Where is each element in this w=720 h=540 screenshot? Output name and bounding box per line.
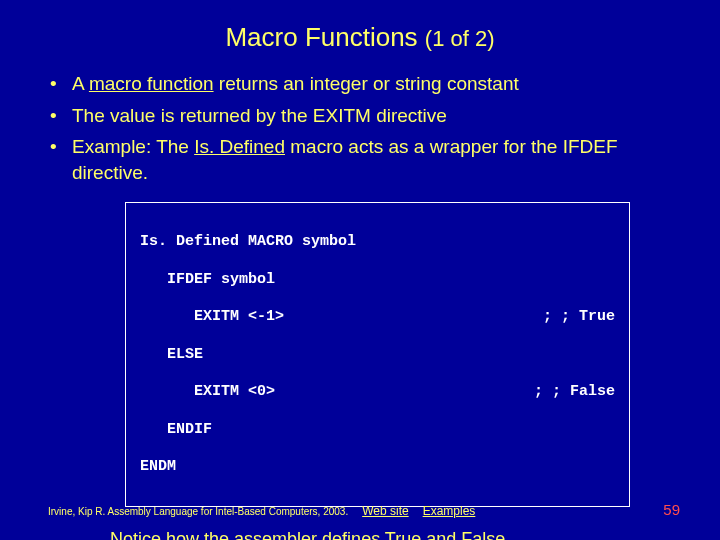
website-link[interactable]: Web site <box>362 504 408 518</box>
bullet-dot: • <box>50 134 72 160</box>
text-underline: Is. Defined <box>194 136 285 157</box>
list-item: • A macro function returns an integer or… <box>50 71 680 97</box>
code-line: ELSE <box>140 346 615 365</box>
bullet-text: The value is returned by the EXITM direc… <box>72 103 680 129</box>
page-number: 59 <box>663 501 680 518</box>
footer: Irvine, Kip R. Assembly Language for Int… <box>0 501 720 518</box>
text-underline: macro function <box>89 73 214 94</box>
examples-link[interactable]: Examples <box>423 504 476 518</box>
list-item: • Example: The Is. Defined macro acts as… <box>50 134 680 185</box>
title-main: Macro Functions <box>225 22 417 52</box>
caption-note: Notice how the assembler defines True an… <box>110 529 660 540</box>
code-comment: ; ; False <box>534 383 615 402</box>
code-line: EXITM <-1>; ; True <box>140 308 615 327</box>
code-text: EXITM <0> <box>140 383 275 400</box>
code-line: Is. Defined MACRO symbol <box>140 233 615 252</box>
code-line: EXITM <0>; ; False <box>140 383 615 402</box>
code-comment: ; ; True <box>543 308 615 327</box>
citation: Irvine, Kip R. Assembly Language for Int… <box>48 506 348 517</box>
bullet-dot: • <box>50 71 72 97</box>
bullet-text: A macro function returns an integer or s… <box>72 71 680 97</box>
code-line: ENDIF <box>140 421 615 440</box>
bullet-dot: • <box>50 103 72 129</box>
code-text: EXITM <-1> <box>140 308 284 325</box>
code-line: IFDEF symbol <box>140 271 615 290</box>
text-part: A <box>72 73 89 94</box>
slide-title: Macro Functions (1 of 2) <box>0 0 720 71</box>
text-part: returns an integer or string constant <box>214 73 519 94</box>
bullet-list: • A macro function returns an integer or… <box>50 71 680 186</box>
code-block: Is. Defined MACRO symbol IFDEF symbol EX… <box>125 202 630 507</box>
list-item: • The value is returned by the EXITM dir… <box>50 103 680 129</box>
bullet-text: Example: The Is. Defined macro acts as a… <box>72 134 680 185</box>
text-part: Example: The <box>72 136 194 157</box>
title-sub: (1 of 2) <box>425 26 495 51</box>
code-line: ENDM <box>140 458 615 477</box>
text-part: The value is returned by the EXITM direc… <box>72 105 447 126</box>
